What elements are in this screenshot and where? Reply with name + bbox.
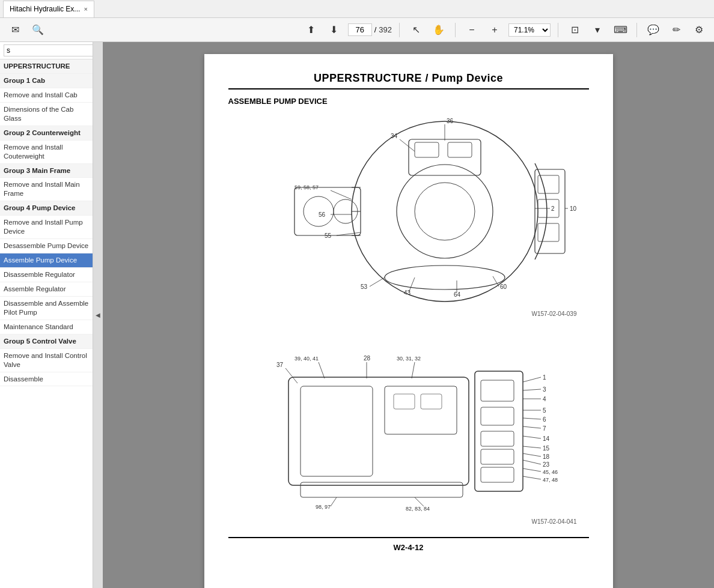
page-up-icon: ⬆ bbox=[307, 24, 315, 35]
sidebar-item-disassemble-regulator[interactable]: Disassemble Regulator bbox=[0, 268, 93, 282]
diagram-2: 37 39, 40, 41 28 30, 31, 32 1 bbox=[240, 329, 577, 525]
hand-tool-button[interactable]: ✋ bbox=[430, 21, 448, 39]
sidebar-item-remove-install-pump[interactable]: Remove and Install Pump Device bbox=[0, 216, 93, 239]
sidebar-item-group1-cab: Group 1 Cab bbox=[0, 74, 93, 88]
svg-text:18: 18 bbox=[543, 453, 550, 460]
title-divider bbox=[228, 88, 589, 89]
svg-point-2 bbox=[415, 183, 475, 240]
fit-icon: ⊡ bbox=[571, 24, 579, 35]
keyboard-button[interactable]: ⌨ bbox=[611, 21, 629, 39]
sidebar-item-remove-install-counterweight[interactable]: Remove and Install Couterweight bbox=[0, 141, 93, 164]
zoom-select[interactable]: 71.1% 50% 75% 100% 125% 150% bbox=[508, 23, 551, 37]
browser-tab[interactable]: Hitachi Hydraulic Ex... × bbox=[3, 1, 94, 17]
page-footer: W2-4-12 bbox=[228, 537, 589, 552]
sidebar-item-remove-install-cab[interactable]: Remove and Install Cab bbox=[0, 88, 93, 103]
svg-text:7: 7 bbox=[543, 425, 546, 432]
sidebar-item-upperstructure: UPPERSTRUCTURE bbox=[0, 59, 93, 74]
svg-rect-45 bbox=[421, 394, 442, 409]
svg-text:2: 2 bbox=[551, 205, 555, 212]
svg-rect-44 bbox=[394, 394, 415, 409]
page-down-button[interactable]: ⬇ bbox=[325, 21, 343, 39]
fit-dropdown-button[interactable]: ▾ bbox=[588, 21, 606, 39]
email-button[interactable]: ✉ bbox=[6, 21, 24, 39]
svg-rect-52 bbox=[301, 482, 463, 497]
zoom-in-icon: + bbox=[492, 25, 497, 35]
svg-line-31 bbox=[370, 277, 385, 286]
diagram-2-svg: 37 39, 40, 41 28 30, 31, 32 1 bbox=[240, 329, 577, 515]
sidebar-item-group3-mainframe: Group 3 Main Frame bbox=[0, 164, 93, 178]
svg-line-37 bbox=[493, 276, 499, 286]
sidebar: × UPPERSTRUCTUREGroup 1 CabRemove and In… bbox=[0, 42, 93, 588]
pencil-button[interactable]: ✏ bbox=[667, 21, 685, 39]
search-button[interactable]: 🔍 bbox=[29, 21, 47, 39]
svg-text:60: 60 bbox=[500, 283, 507, 290]
sidebar-item-dimensions-cab[interactable]: Dimensions of the Cab Glass bbox=[0, 103, 93, 126]
zoom-out-button[interactable]: − bbox=[463, 21, 481, 39]
sidebar-item-remove-install-control-valve[interactable]: Remove and Install Control Valve bbox=[0, 349, 93, 372]
sidebar-search-input[interactable] bbox=[4, 44, 93, 56]
sidebar-item-disassemble-pilot-pump[interactable]: Disassemble and Assemble Pilot Pump bbox=[0, 297, 93, 320]
sidebar-item-assemble-pump[interactable]: Assemble Pump Device bbox=[0, 253, 93, 268]
svg-line-59 bbox=[412, 362, 415, 378]
svg-text:1: 1 bbox=[543, 374, 546, 381]
svg-text:43: 43 bbox=[404, 289, 411, 296]
svg-text:36: 36 bbox=[447, 118, 454, 124]
document-title: UPPERSTRUCTURE / Pump Device bbox=[228, 72, 589, 85]
page-number-input[interactable]: 76 bbox=[348, 23, 372, 36]
svg-rect-6 bbox=[535, 169, 565, 253]
svg-line-69 bbox=[523, 418, 541, 419]
cursor-tool-button[interactable]: ↖ bbox=[407, 21, 425, 39]
sidebar-item-group2-counterweight: Group 2 Counterweight bbox=[0, 126, 93, 141]
svg-rect-51 bbox=[481, 467, 514, 482]
svg-line-29 bbox=[337, 232, 361, 235]
sidebar-item-remove-install-mainframe[interactable]: Remove and Install Main Frame bbox=[0, 178, 93, 201]
svg-text:4: 4 bbox=[543, 396, 546, 402]
svg-text:14: 14 bbox=[543, 435, 550, 442]
diagram-1-caption: W157-02-04-039 bbox=[240, 311, 577, 317]
chevron-down-icon: ▾ bbox=[595, 24, 600, 35]
hand-icon: ✋ bbox=[433, 24, 445, 35]
svg-text:3: 3 bbox=[543, 386, 546, 393]
separator-2 bbox=[455, 23, 456, 37]
sidebar-collapse-button[interactable]: ◀ bbox=[93, 42, 103, 588]
svg-rect-10 bbox=[294, 187, 361, 235]
svg-text:98, 97: 98, 97 bbox=[316, 504, 331, 510]
diagram-container: 36 34 2 10 59, 58, 57 bbox=[228, 115, 589, 525]
diagram-1-svg: 36 34 2 10 59, 58, 57 bbox=[240, 115, 577, 308]
svg-text:34: 34 bbox=[391, 133, 398, 139]
separator-4 bbox=[636, 23, 637, 37]
zoom-in-button[interactable]: + bbox=[486, 21, 504, 39]
svg-text:30, 31, 32: 30, 31, 32 bbox=[397, 356, 421, 362]
svg-text:15: 15 bbox=[543, 445, 550, 452]
sidebar-search-bar: × bbox=[0, 42, 93, 59]
document-area[interactable]: UPPERSTRUCTURE / Pump Device ASSEMBLE PU… bbox=[103, 42, 714, 588]
page-separator: / bbox=[374, 25, 377, 34]
comment-button[interactable]: 💬 bbox=[644, 21, 662, 39]
svg-line-61 bbox=[523, 377, 541, 382]
svg-rect-50 bbox=[481, 449, 514, 464]
svg-text:10: 10 bbox=[570, 205, 577, 212]
section-header: ASSEMBLE PUMP DEVICE bbox=[228, 97, 589, 106]
svg-rect-9 bbox=[538, 223, 559, 241]
tools-button[interactable]: ⚙ bbox=[690, 21, 708, 39]
sidebar-item-assemble-regulator[interactable]: Assemble Regulator bbox=[0, 282, 93, 297]
svg-rect-48 bbox=[481, 407, 514, 425]
sidebar-item-desassemble-pump[interactable]: Desassemble Pump Device bbox=[0, 239, 93, 253]
sidebar-item-disassemble[interactable]: Disassemble bbox=[0, 372, 93, 387]
svg-line-55 bbox=[319, 362, 325, 378]
svg-text:56: 56 bbox=[319, 211, 326, 218]
sidebar-item-group4-pump: Group 4 Pump Device bbox=[0, 201, 93, 216]
chevron-left-icon: ◀ bbox=[96, 312, 100, 318]
svg-line-83 bbox=[523, 476, 541, 479]
document-page: UPPERSTRUCTURE / Pump Device ASSEMBLE PU… bbox=[204, 54, 613, 588]
fit-button[interactable]: ⊡ bbox=[566, 21, 584, 39]
svg-line-87 bbox=[415, 497, 424, 506]
svg-text:45, 46: 45, 46 bbox=[543, 469, 558, 475]
tab-close-button[interactable]: × bbox=[84, 5, 87, 13]
comment-icon: 💬 bbox=[647, 24, 659, 35]
keyboard-icon: ⌨ bbox=[614, 24, 627, 35]
page-up-button[interactable]: ⬆ bbox=[302, 21, 320, 39]
sidebar-item-maintenance-standard[interactable]: Maintenance Standard bbox=[0, 320, 93, 335]
separator-1 bbox=[399, 23, 400, 37]
svg-text:23: 23 bbox=[543, 461, 550, 468]
